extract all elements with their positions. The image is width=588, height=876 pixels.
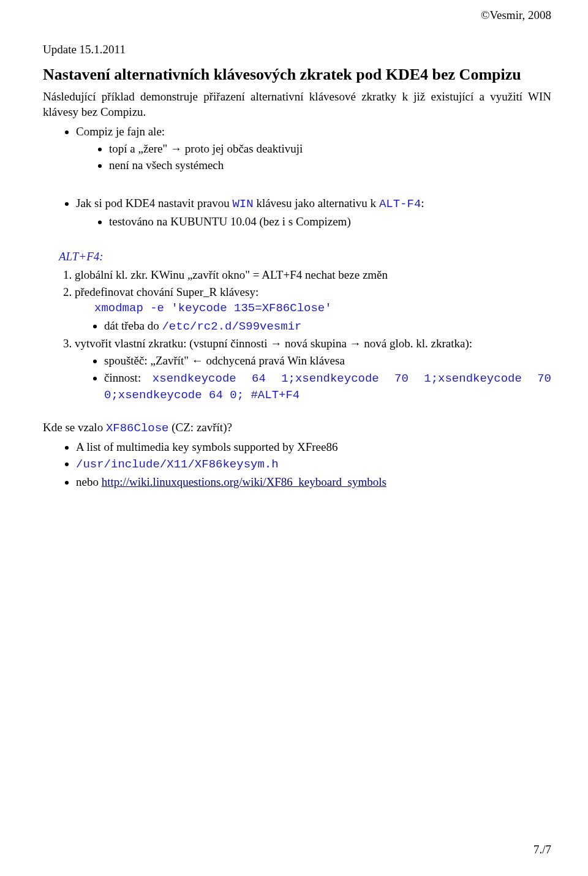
list-item: A list of multimedia key symbols support… xyxy=(76,439,551,455)
intro-paragraph: Následující příklad demonstruje přiřazen… xyxy=(43,89,551,120)
bullet-list-compiz: Compiz je fajn ale: topí a „žere" → prot… xyxy=(43,124,551,173)
list-item: testováno na KUBUNTU 10.04 (bez i s Comp… xyxy=(109,214,551,230)
list-item: Jak si pod KDE4 nastavit pravou WIN kláv… xyxy=(76,195,551,229)
copyright-header: ©Vesmir, 2008 xyxy=(481,7,551,23)
list-text: klávesu jako alternativu k xyxy=(254,197,379,210)
list-item: činnost: xsendkeycode 64 1;xsendkeycode … xyxy=(104,370,551,404)
sub-list: topí a „žere" → proto jej občas deaktivu… xyxy=(76,141,551,173)
list-item: předefinovat chování Super_R klávesy: xm… xyxy=(75,284,551,335)
list-text: : xyxy=(421,197,424,210)
list-item: globální kl. zkr. KWinu „zavřít okno" = … xyxy=(75,267,551,283)
list-item: Compiz je fajn ale: topí a „žere" → prot… xyxy=(76,124,551,173)
list-item: dát třeba do /etc/rc2.d/S99vesmir xyxy=(104,318,551,335)
list-text: dát třeba do xyxy=(104,319,162,332)
bullet-list-jak: Jak si pod KDE4 nastavit pravou WIN kláv… xyxy=(43,195,551,229)
sub-list: testováno na KUBUNTU 10.04 (bez i s Comp… xyxy=(76,214,551,230)
update-line: Update 15.1.2011 xyxy=(43,42,551,58)
external-link[interactable]: http://wiki.linuxquestions.org/wiki/XF86… xyxy=(102,475,386,488)
code-inline: WIN xyxy=(232,197,253,211)
list-item: /usr/include/X11/XF86keysym.h xyxy=(76,456,551,473)
page-title: Nastavení alternativních klávesových zkr… xyxy=(43,64,551,85)
list-item: nebo http://wiki.linuxquestions.org/wiki… xyxy=(76,474,551,490)
list-text: předefinovat chování Super_R klávesy: xyxy=(75,285,258,298)
section-label: ALT+F4: xyxy=(59,249,551,265)
list-text: Jak si pod KDE4 nastavit pravou xyxy=(76,197,232,210)
page: ©Vesmir, 2008 Update 15.1.2011 Nastavení… xyxy=(0,0,588,876)
code-inline: ALT-F4 xyxy=(379,197,421,211)
numbered-steps: globální kl. zkr. KWinu „zavřít okno" = … xyxy=(43,267,551,404)
list-text: činnost: xyxy=(104,371,141,384)
list-text: (CZ: zavřít)? xyxy=(169,421,232,434)
code-line: xmodmap -e 'keycode 135=XF86Close' xyxy=(94,301,551,317)
list-item: spouštěč: „Zavřít" ← odchycená pravá Win… xyxy=(104,353,551,369)
list-item: topí a „žere" → proto jej občas deaktivu… xyxy=(109,141,551,157)
code-inline: XF86Close xyxy=(106,421,169,435)
sub-list: spouštěč: „Zavřít" ← odchycená pravá Win… xyxy=(75,353,551,404)
footer-list: A list of multimedia key symbols support… xyxy=(43,439,551,490)
list-item: není na všech systémech xyxy=(109,157,551,173)
list-text: Kde se vzalo xyxy=(43,421,106,434)
code-inline: /usr/include/X11/XF86keysym.h xyxy=(76,458,279,471)
list-item: vytvořit vlastní zkratku: (vstupní činno… xyxy=(75,336,551,404)
page-number: 7./7 xyxy=(533,842,551,858)
code-inline: /etc/rc2.d/S99vesmir xyxy=(162,320,301,333)
list-text: nebo xyxy=(76,475,102,488)
sub-list: dát třeba do /etc/rc2.d/S99vesmir xyxy=(75,318,551,335)
list-text: Compiz je fajn ale: xyxy=(76,125,165,138)
question-line: Kde se vzalo XF86Close (CZ: zavřít)? xyxy=(43,420,551,437)
list-text: vytvořit vlastní zkratku: (vstupní činno… xyxy=(75,337,472,350)
code-inline: xsendkeycode 64 1;xsendkeycode 70 1;xsen… xyxy=(104,372,551,402)
